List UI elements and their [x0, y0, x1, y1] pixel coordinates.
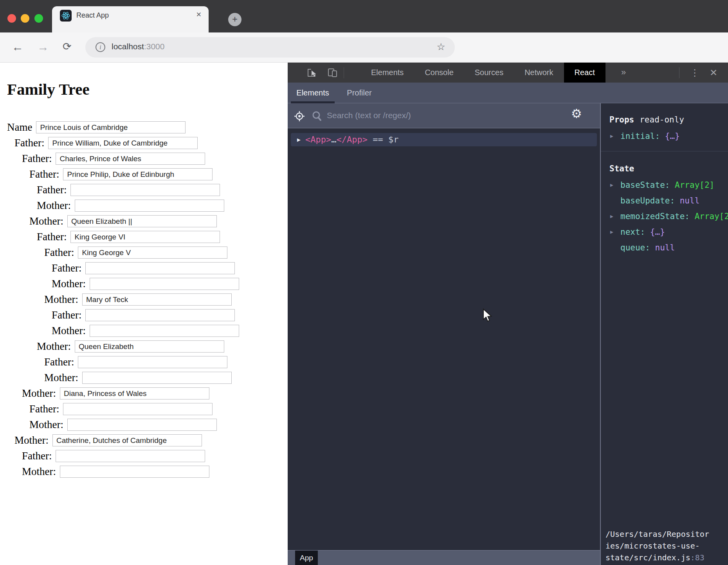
breadcrumb-app-tab[interactable]: App — [295, 551, 318, 565]
field-label: Father: — [22, 153, 52, 164]
devtools-menu-icon[interactable]: ⋮ — [690, 63, 699, 83]
state-item[interactable]: ▶memoizedState: Array[2] — [601, 209, 728, 224]
item-key: next: — [620, 227, 650, 237]
expand-triangle-icon[interactable]: ▶ — [610, 224, 613, 240]
props-title-row: Propsread-only — [601, 111, 728, 128]
form-row: Name — [0, 121, 288, 133]
browser-titlebar: React App ✕ + — [0, 0, 728, 32]
name-input[interactable] — [60, 466, 209, 478]
name-input[interactable] — [67, 215, 217, 227]
item-value: Array[2] — [695, 212, 728, 221]
item-key: memoizedState: — [620, 212, 695, 221]
expand-triangle-icon[interactable]: ▶ — [610, 128, 613, 144]
search-icon — [311, 110, 323, 124]
form-row: Father: — [0, 262, 288, 274]
tab-close-icon[interactable]: ✕ — [196, 11, 202, 19]
devtools-tab-network[interactable]: Network — [514, 63, 564, 83]
form-row: Father: — [0, 309, 288, 321]
close-tag: </App> — [337, 135, 368, 144]
field-label: Father: — [52, 262, 81, 274]
item-key: queue: — [620, 243, 655, 252]
expand-triangle-icon[interactable]: ▶ — [297, 136, 301, 143]
name-input[interactable] — [82, 372, 232, 384]
props-item[interactable]: ▶initial: {…} — [601, 128, 728, 144]
traffic-light-minimize[interactable] — [21, 14, 29, 23]
forward-icon[interactable]: → — [37, 40, 49, 54]
select-component-icon[interactable] — [293, 110, 306, 124]
state-item[interactable]: ▶next: {…} — [601, 224, 728, 240]
item-key: baseState: — [620, 180, 675, 190]
component-search-input[interactable] — [327, 106, 546, 124]
form-row: Father: — [0, 137, 288, 149]
reload-icon[interactable]: ⟳ — [63, 40, 72, 53]
form-row: Mother: — [0, 434, 288, 446]
devtools-tabs: ElementsConsoleSourcesNetworkReact — [360, 63, 605, 83]
name-input[interactable] — [67, 419, 217, 431]
name-input[interactable] — [75, 340, 224, 353]
item-value: {…} — [650, 227, 665, 237]
state-title: State — [609, 164, 634, 173]
name-input[interactable] — [70, 231, 220, 243]
settings-gear-icon[interactable]: ⚙ — [571, 106, 582, 121]
name-input[interactable] — [56, 450, 205, 462]
name-input[interactable] — [78, 356, 227, 368]
device-toolbar-icon[interactable] — [327, 67, 339, 78]
name-input[interactable] — [36, 121, 186, 133]
react-devtools-subtabs: ElementsProfiler — [288, 83, 728, 103]
field-label: Mother: — [37, 200, 71, 211]
devtools-tab-console[interactable]: Console — [414, 63, 464, 83]
devtools-tab-bar: ElementsConsoleSourcesNetworkReact » ⋮ ✕ — [288, 63, 728, 83]
form-row: Father: — [0, 184, 288, 196]
item-key: baseUpdate: — [620, 196, 680, 205]
subtab-elements[interactable]: Elements — [291, 83, 335, 103]
source-path-line: state/src/index.js:83 — [605, 552, 727, 563]
name-input[interactable] — [70, 184, 220, 196]
address-bar[interactable]: i localhost:3000 ☆ — [85, 37, 455, 58]
tree-row-app[interactable]: ▶<App>…</App> == $r — [291, 133, 597, 146]
name-input[interactable] — [60, 387, 209, 399]
devtools-close-icon[interactable]: ✕ — [710, 63, 717, 83]
name-input[interactable] — [90, 325, 239, 337]
source-location-link[interactable]: /Users/taras/Repositories/microstates-us… — [605, 528, 727, 563]
props-state-panel: Propsread-only ▶initial: {…} State ▶base… — [600, 103, 728, 565]
name-input[interactable] — [56, 153, 205, 165]
name-input[interactable] — [75, 200, 224, 212]
source-line-number: :83 — [690, 553, 705, 562]
new-tab-button[interactable]: + — [228, 13, 241, 26]
field-label: Father: — [52, 309, 81, 321]
form-row: Father: — [0, 356, 288, 368]
expand-triangle-icon[interactable]: ▶ — [610, 209, 613, 224]
tab-bar-divider-right — [679, 67, 679, 78]
name-input[interactable] — [63, 168, 213, 180]
traffic-light-close[interactable] — [7, 14, 16, 23]
state-item[interactable]: ▶baseState: Array[2] — [601, 177, 728, 193]
name-input[interactable] — [85, 309, 235, 321]
field-label: Mother: — [52, 278, 86, 290]
props-section: Propsread-only ▶initial: {…} — [601, 111, 728, 144]
name-input[interactable] — [52, 434, 202, 446]
more-tabs-icon[interactable]: » — [621, 63, 626, 83]
name-input[interactable] — [90, 278, 239, 290]
field-label: Father: — [29, 168, 59, 180]
expand-triangle-icon[interactable]: ▶ — [610, 177, 613, 193]
form-row: Father: — [0, 450, 288, 462]
devtools-tab-react[interactable]: React — [564, 63, 605, 83]
url-text: localhost:3000 — [112, 42, 164, 51]
traffic-light-maximize[interactable] — [34, 14, 43, 23]
back-icon[interactable]: ← — [12, 40, 23, 54]
name-input[interactable] — [82, 293, 232, 306]
subtab-profiler[interactable]: Profiler — [339, 83, 380, 103]
name-input[interactable] — [48, 137, 198, 149]
site-info-icon[interactable]: i — [96, 42, 105, 52]
field-label: Father: — [14, 137, 44, 149]
name-input[interactable] — [85, 262, 235, 274]
name-input[interactable] — [63, 403, 213, 415]
inspect-element-icon[interactable] — [306, 67, 318, 78]
bookmark-star-icon[interactable]: ☆ — [437, 41, 445, 52]
name-input[interactable] — [78, 247, 227, 259]
browser-tab[interactable]: React App ✕ — [52, 6, 209, 32]
devtools-tab-sources[interactable]: Sources — [464, 63, 514, 83]
form-row: Father: — [0, 153, 288, 165]
devtools-tab-elements[interactable]: Elements — [360, 63, 414, 83]
form-row: Mother: — [0, 340, 288, 353]
